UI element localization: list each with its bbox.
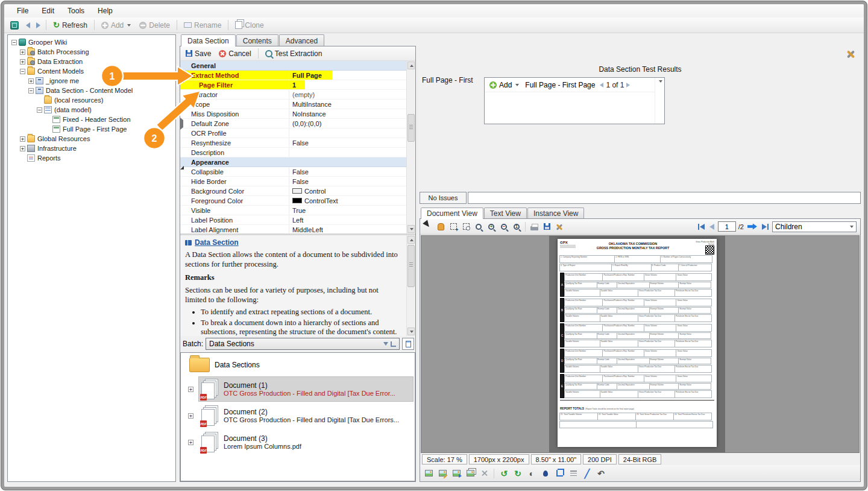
- menu-tools[interactable]: Tools: [61, 5, 91, 17]
- tree-item-full-page-first-page[interactable]: Full Page - First Page: [9, 124, 175, 134]
- document-page[interactable]: GPXOKLAHOMA TAX COMMISSIONGROSS PRODUCTI…: [558, 239, 717, 447]
- zoom-in-icon[interactable]: +: [485, 221, 497, 233]
- add-button[interactable]: Add: [98, 20, 134, 31]
- first-page-button[interactable]: [697, 223, 706, 231]
- property-row-background-color[interactable]: Background ColorControl: [180, 186, 406, 196]
- property-row-default-zone[interactable]: Default Zone(0,0):(0,0): [180, 119, 406, 128]
- select-cursor-icon[interactable]: [422, 221, 434, 233]
- delete-button[interactable]: Delete: [136, 20, 174, 31]
- property-grid-scrollbar[interactable]: [406, 61, 415, 233]
- deskew-icon[interactable]: ╱: [581, 467, 593, 480]
- cancel-button[interactable]: Cancel: [216, 48, 254, 59]
- property-value[interactable]: True: [289, 206, 406, 215]
- property-row-extractor[interactable]: Extractor(empty): [180, 90, 406, 100]
- batch-root-folder[interactable]: Data Sections: [181, 353, 415, 376]
- add-result-button[interactable]: Add: [487, 80, 521, 90]
- save-icon[interactable]: [541, 221, 553, 233]
- zoom-window-icon[interactable]: [460, 221, 472, 233]
- tree-item-batch-processing[interactable]: +Batch Processing: [9, 47, 175, 57]
- help-scrollbar[interactable]: [406, 235, 415, 336]
- color-drop-icon[interactable]: [539, 467, 552, 480]
- line-removal-icon[interactable]: [567, 467, 579, 480]
- back-icon[interactable]: [26, 22, 30, 28]
- property-row-foreground-color[interactable]: Foreground ColorControlText: [180, 196, 406, 206]
- property-row-description[interactable]: Description: [180, 148, 406, 157]
- scroll-down-icon[interactable]: [407, 225, 415, 233]
- property-value[interactable]: Left: [289, 215, 406, 224]
- menu-edit[interactable]: Edit: [35, 5, 61, 17]
- tree-item-infrastructure[interactable]: +Infrastructure: [9, 144, 175, 153]
- page-number-input[interactable]: [718, 221, 736, 232]
- property-value[interactable]: (0,0):(0,0): [289, 119, 406, 128]
- scroll-up-icon[interactable]: [407, 236, 415, 244]
- tree-view-icon[interactable]: [391, 341, 396, 347]
- scroll-up-icon[interactable]: [407, 62, 415, 69]
- next-page-button[interactable]: [746, 223, 758, 231]
- property-row-page-filter[interactable]: Page Filter1: [180, 80, 406, 90]
- tree-item-content-models[interactable]: −Content Models: [9, 66, 175, 76]
- property-row-hide-border[interactable]: Hide BorderFalse: [180, 177, 406, 186]
- batch-selector[interactable]: Data Sections: [206, 338, 400, 350]
- document-item-3[interactable]: +PDFDocument (3)Lorem Ipsum Columns.pdf: [181, 429, 415, 455]
- delete-page-icon[interactable]: [478, 467, 490, 480]
- tree-item--local-resources-[interactable]: (local resources): [9, 95, 175, 105]
- rename-button[interactable]: Rename: [180, 20, 225, 31]
- property-value[interactable]: NoInstance: [289, 109, 406, 118]
- tree-expander-icon[interactable]: +: [20, 146, 25, 151]
- scrollbar-thumb[interactable]: [407, 245, 415, 287]
- crop-icon[interactable]: [553, 467, 565, 480]
- property-value[interactable]: (empty): [289, 90, 406, 99]
- image-export-icon[interactable]: [450, 467, 462, 480]
- property-row-ocr-profile[interactable]: OCR Profile: [180, 128, 406, 138]
- home-button[interactable]: [7, 20, 22, 31]
- actual-size-icon[interactable]: 1: [511, 221, 523, 233]
- results-dropdown-button[interactable]: [655, 78, 664, 124]
- tab-instance-view[interactable]: Instance View: [527, 207, 585, 219]
- tree-item-grooper-wiki[interactable]: −Grooper Wiki: [9, 37, 175, 47]
- test-extraction-button[interactable]: Test Extraction: [262, 48, 326, 59]
- filter-icon[interactable]: [383, 342, 388, 346]
- document-row[interactable]: PDFDocument (2)OTC Gross Production - Fi…: [198, 403, 414, 428]
- scrollbar-thumb[interactable]: [407, 114, 415, 142]
- menu-help[interactable]: Help: [91, 5, 119, 17]
- tab-advanced[interactable]: Advanced: [279, 34, 324, 46]
- settings-wrench-icon[interactable]: [553, 221, 565, 233]
- batch-pane-toggle-button[interactable]: [402, 338, 414, 350]
- property-row-resynthesize[interactable]: ResynthesizeFalse: [180, 138, 406, 148]
- image-view-icon[interactable]: [423, 467, 435, 480]
- property-category-appearance[interactable]: Appearance: [180, 157, 406, 167]
- tree-item-data-extraction[interactable]: +Data Extraction: [9, 57, 175, 66]
- tree-item-data-section-content-model[interactable]: −Data Section - Content Model: [9, 86, 175, 95]
- results-list[interactable]: [485, 92, 655, 124]
- tab-document-view[interactable]: Document View: [421, 207, 483, 219]
- tree-item--data-model-[interactable]: −(data model): [9, 105, 175, 115]
- document-row[interactable]: PDFDocument (1)OTC Gross Production - Fi…: [198, 376, 414, 402]
- rotate-right-icon[interactable]: ↻: [512, 467, 524, 480]
- tab-data-section[interactable]: Data Section: [181, 34, 236, 46]
- property-row-extract-method[interactable]: Extract MethodFull Page: [180, 71, 406, 80]
- last-page-button[interactable]: [761, 223, 770, 231]
- next-result-icon[interactable]: [626, 83, 630, 87]
- property-row-collapsible[interactable]: CollapsibleFalse: [180, 167, 406, 177]
- property-expander-icon[interactable]: [180, 72, 184, 83]
- forward-icon[interactable]: [36, 22, 40, 28]
- tree-item-global-resources[interactable]: +Global Resources: [9, 134, 175, 144]
- tab-contents[interactable]: Contents: [236, 34, 278, 46]
- region-select-icon[interactable]: [447, 221, 459, 233]
- image-edit-icon[interactable]: [436, 467, 448, 480]
- rotate-left-icon[interactable]: ↺: [498, 467, 510, 480]
- refresh-button[interactable]: ↻ Refresh: [49, 20, 91, 31]
- help-title-link[interactable]: Data Section: [185, 238, 401, 247]
- property-value[interactable]: MiddleLeft: [289, 225, 406, 233]
- image-stack-icon[interactable]: [464, 467, 476, 480]
- tree-expander-icon[interactable]: +: [20, 59, 25, 65]
- property-value[interactable]: 1: [289, 80, 406, 89]
- tree-item-reports[interactable]: Reports: [9, 153, 175, 163]
- save-button[interactable]: Save: [183, 48, 214, 59]
- document-item-1[interactable]: +PDFDocument (1)OTC Gross Production - F…: [181, 376, 415, 402]
- property-value[interactable]: Full Page: [289, 71, 406, 80]
- tree-expander-icon[interactable]: +: [188, 440, 193, 445]
- tree-item--ignore-me[interactable]: +_ignore me: [9, 76, 175, 86]
- property-value[interactable]: ControlText: [289, 196, 406, 205]
- property-row-label-position[interactable]: Label PositionLeft: [180, 215, 406, 225]
